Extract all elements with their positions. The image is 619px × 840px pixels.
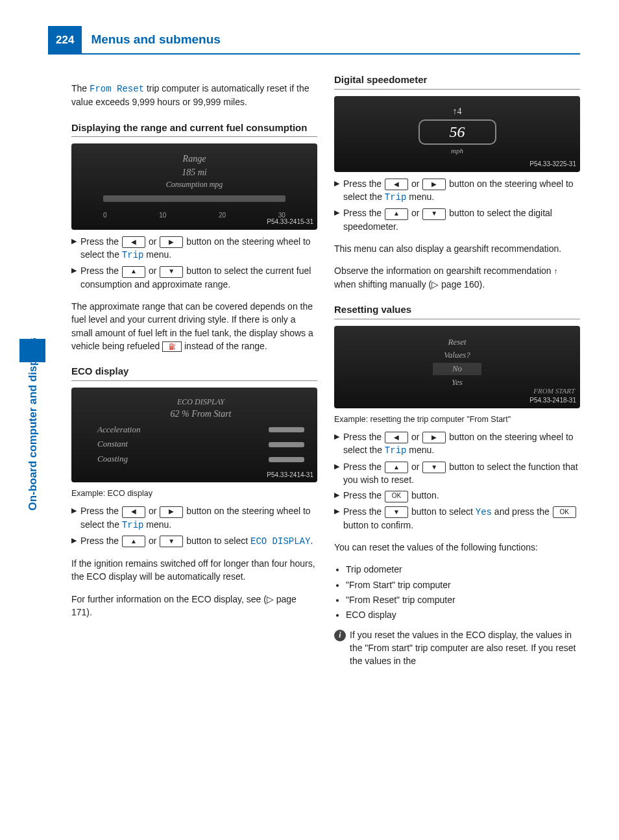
range-paragraph: The approximate range that can be covere… <box>71 300 317 352</box>
info-icon: i <box>334 630 346 641</box>
eco-row: Coasting <box>97 453 304 465</box>
eco-title: ECO DISPLAY <box>97 397 304 408</box>
right-arrow-button-icon: ▶ <box>422 432 446 443</box>
left-arrow-button-icon: ◀ <box>122 236 145 248</box>
step-text: Press the ◀ or ▶ button on the steering … <box>80 235 317 262</box>
ok-button-icon: OK <box>385 491 408 502</box>
text: or <box>409 208 422 218</box>
speed-value: 56 <box>419 119 496 145</box>
image-id: P54.33-2415-31 <box>267 217 313 227</box>
text: or <box>146 236 159 247</box>
text: or <box>409 179 422 189</box>
step-text: Press the ▼ button to select Yes and pre… <box>343 505 580 532</box>
step-text: Press the ◀ or ▶ button on the steering … <box>343 430 580 458</box>
speedometer-illustration: ↑4 56 mph P54.33-3225-31 <box>334 96 580 172</box>
eco-bar-icon <box>269 457 304 462</box>
text: Press the <box>343 432 384 442</box>
text: Press the <box>343 208 384 218</box>
text: or <box>146 266 159 276</box>
text: menu. <box>406 191 434 202</box>
image-id: P54.33-2414-31 <box>267 471 313 480</box>
down-arrow-button-icon: ▼ <box>422 208 446 220</box>
up-arrow-button-icon: ▲ <box>385 462 408 473</box>
text: instead of the range. <box>182 341 267 351</box>
eco-row: Constant <box>97 438 304 451</box>
intro-paragraph: The From Reset trip computer is automati… <box>71 82 317 109</box>
consumption-label: Consumption mpg <box>80 179 308 190</box>
down-arrow-button-icon: ▼ <box>422 462 446 473</box>
page-number: 224 <box>48 26 82 55</box>
gearshift-shift-icon: ↑ <box>554 266 561 277</box>
trip-mono: Trip <box>385 192 407 203</box>
step: ▶ Press the ▲ or ▼ button to select the … <box>334 460 580 487</box>
refuel-icon: ⛽ <box>162 341 182 352</box>
eco-label: Constant <box>97 438 128 451</box>
text: Press the <box>80 536 121 546</box>
eco-label: Acceleration <box>97 424 140 436</box>
speedo-para2: Observe the information on gearshift rec… <box>334 264 580 291</box>
range-title: Range <box>80 153 308 166</box>
reset-bullet-list: Trip odometer "From Start" trip computer… <box>334 563 580 621</box>
text: button to select <box>409 506 476 517</box>
reset-line: Reset <box>343 336 571 349</box>
text: and press the <box>492 506 552 517</box>
consumption-gauge <box>103 195 285 202</box>
step: ▶ Press the ▲ or ▼ button to select the … <box>334 206 580 233</box>
image-id: P54.33-2418-31 <box>529 396 576 406</box>
step: ▶ Press the ◀ or ▶ button on the steerin… <box>334 177 580 204</box>
tick: 0 <box>103 211 107 221</box>
speed-unit: mph <box>419 146 496 156</box>
page-header: 224 Menus and submenus <box>48 26 580 55</box>
tick: 20 <box>219 211 226 221</box>
list-item: Trip odometer <box>346 563 580 576</box>
eco-label: Coasting <box>97 453 128 465</box>
step: ▶ Press the ◀ or ▶ button on the steerin… <box>334 430 580 458</box>
right-arrow-button-icon: ▶ <box>160 506 183 518</box>
range-value: 185 mi <box>80 166 308 179</box>
subhead-range: Displaying the range and current fuel co… <box>71 121 317 138</box>
ok-button-icon: OK <box>553 506 576 518</box>
step-marker-icon: ▶ <box>334 505 343 532</box>
trip-mono: Trip <box>122 250 144 260</box>
step-marker-icon: ▶ <box>334 206 343 233</box>
image-id: P54.33-3225-31 <box>529 160 576 169</box>
step: ▶ Press the ▲ or ▼ button to select the … <box>71 264 317 291</box>
text: The <box>71 83 90 93</box>
list-item: "From Start" trip computer <box>346 578 580 591</box>
trip-mono: Trip <box>385 445 407 456</box>
text: or <box>409 462 422 472</box>
step-marker-icon: ▶ <box>334 460 343 487</box>
tick: 10 <box>159 211 166 221</box>
eco-display-mono: ECO DISPLAY <box>250 536 310 547</box>
eco-bar-icon <box>269 442 304 447</box>
step-text: Press the ▲ or ▼ button to select the cu… <box>80 264 317 291</box>
subhead-reset: Resetting values <box>334 303 580 319</box>
eco-paragraph: If the ignition remains switched off for… <box>71 557 317 584</box>
step-text: Press the ◀ or ▶ button on the steering … <box>343 177 580 204</box>
step-marker-icon: ▶ <box>71 534 80 548</box>
column-left: The From Reset trip computer is automati… <box>71 73 317 668</box>
subhead-eco: ECO display <box>71 364 317 381</box>
down-arrow-button-icon: ▼ <box>160 266 183 278</box>
range-display-illustration: Range 185 mi Consumption mpg 0 10 20 30 … <box>71 143 317 229</box>
down-arrow-button-icon: ▼ <box>160 536 183 547</box>
step-text: Press the ◀ or ▶ button on the steering … <box>80 504 317 532</box>
eco-percent: 62 % From Start <box>97 408 304 421</box>
step-marker-icon: ▶ <box>71 235 80 262</box>
gearshift-arrow: ↑4 <box>419 105 496 118</box>
list-item: "From Reset" trip computer <box>346 593 580 606</box>
text: button. <box>409 490 439 500</box>
text: Press the <box>343 506 384 517</box>
side-section-label: On-board computer and displays <box>27 338 40 510</box>
trip-mono: Trip <box>122 520 144 530</box>
header-title: Menus and submenus <box>82 26 580 55</box>
text: or <box>409 432 422 442</box>
right-arrow-button-icon: ▶ <box>160 236 183 248</box>
step: ▶ Press the OK button. <box>334 489 580 502</box>
reset-caption: Example: resetting the trip computer "Fr… <box>334 414 580 425</box>
text: menu. <box>143 519 171 530</box>
down-arrow-button-icon: ▼ <box>385 506 408 518</box>
text: or <box>146 536 159 546</box>
eco-row: Acceleration <box>97 424 304 436</box>
list-item: ECO display <box>346 608 580 621</box>
